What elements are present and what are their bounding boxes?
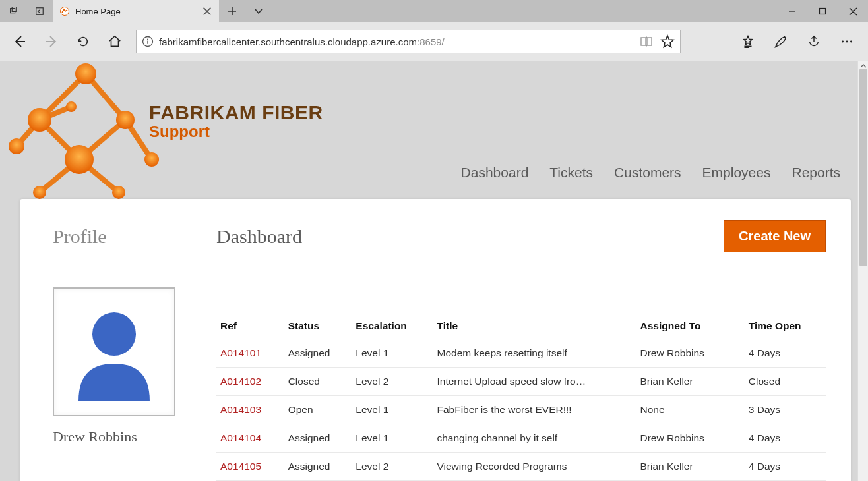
table-header-row: Ref Status Escalation Title Assigned To … xyxy=(216,314,826,339)
col-ref-header[interactable]: Ref xyxy=(216,314,284,339)
ticket-ref-link[interactable]: A014102 xyxy=(220,376,261,387)
tickets-table: Ref Status Escalation Title Assigned To … xyxy=(216,314,826,481)
favorite-star-icon[interactable] xyxy=(660,34,675,49)
cell-ref: A014101 xyxy=(216,339,284,368)
cell-assigned: Brian Keller xyxy=(636,368,745,396)
logo-icon xyxy=(0,61,165,199)
cell-title: FabFiber is the worst EVER!!! xyxy=(433,396,636,424)
nav-employees[interactable]: Employees xyxy=(702,165,771,181)
tab-actions-icon[interactable] xyxy=(0,0,26,22)
cell-ref: A014105 xyxy=(216,453,284,481)
brand-subtitle: Support xyxy=(149,123,323,141)
reading-view-icon[interactable] xyxy=(639,34,654,49)
cell-status: Closed xyxy=(284,368,352,396)
home-button[interactable] xyxy=(100,27,129,56)
table-row: A014103OpenLevel 1FabFiber is the worst … xyxy=(216,396,826,424)
tab-preview-chevron-icon[interactable] xyxy=(245,0,272,22)
share-icon[interactable] xyxy=(798,27,830,56)
tab-title: Home Page xyxy=(75,7,197,16)
brand-block: FABRIKAM FIBER Support xyxy=(149,101,323,141)
profile-column: Profile Drew Robbins xyxy=(53,225,197,445)
svg-rect-0 xyxy=(11,9,15,13)
col-time-header[interactable]: Time Open xyxy=(745,314,826,339)
cell-status: Assigned xyxy=(284,424,352,453)
svg-point-11 xyxy=(75,63,96,84)
nav-customers[interactable]: Customers xyxy=(614,165,681,181)
notes-icon[interactable] xyxy=(765,27,797,56)
ticket-ref-link[interactable]: A014101 xyxy=(220,347,261,358)
site-header: FABRIKAM FIBER Support Dashboard Tickets… xyxy=(0,61,857,199)
scrollbar-thumb[interactable] xyxy=(859,69,867,266)
cell-assigned: Brian Keller xyxy=(636,453,745,481)
svg-point-16 xyxy=(144,152,159,167)
window-close-button[interactable] xyxy=(838,0,868,22)
tab-strip: Home Page xyxy=(0,0,272,22)
col-status-header[interactable]: Status xyxy=(284,314,352,339)
table-row: A014104AssignedLevel 1changing channel b… xyxy=(216,424,826,453)
svg-point-20 xyxy=(92,312,136,356)
close-tab-icon[interactable] xyxy=(202,6,212,16)
url-host: fabrikamfibercallcenter.southcentralus.c… xyxy=(159,36,417,47)
svg-point-3 xyxy=(61,7,69,16)
cell-escalation: Level 1 xyxy=(352,339,433,368)
new-tab-button[interactable] xyxy=(219,0,245,22)
cell-status: Open xyxy=(284,396,352,424)
col-title-header[interactable]: Title xyxy=(433,314,636,339)
cell-title: changing channel by it self xyxy=(433,424,636,453)
favorites-hub-icon[interactable] xyxy=(732,27,764,56)
cell-assigned: Drew Robbins xyxy=(636,339,745,368)
window-maximize-button[interactable] xyxy=(807,0,838,22)
favicon-icon xyxy=(59,6,70,16)
cell-status: Assigned xyxy=(284,453,352,481)
svg-point-6 xyxy=(147,38,148,40)
avatar xyxy=(53,287,175,416)
svg-point-19 xyxy=(66,101,77,112)
cell-ref: A014104 xyxy=(216,424,284,453)
svg-point-17 xyxy=(33,186,46,199)
ticket-ref-link[interactable]: A014104 xyxy=(220,432,261,443)
cell-time: 3 Days xyxy=(745,396,826,424)
nav-dashboard[interactable]: Dashboard xyxy=(461,165,529,181)
address-bar[interactable]: fabrikamfibercallcenter.southcentralus.c… xyxy=(136,30,681,53)
col-assigned-header[interactable]: Assigned To xyxy=(636,314,745,339)
nav-reports[interactable]: Reports xyxy=(791,165,840,181)
svg-point-12 xyxy=(28,108,51,132)
set-aside-tabs-icon[interactable] xyxy=(26,0,53,22)
col-escalation-header[interactable]: Escalation xyxy=(352,314,433,339)
svg-point-18 xyxy=(112,186,125,199)
back-button[interactable] xyxy=(5,27,34,56)
browser-tab-active[interactable]: Home Page xyxy=(53,0,219,22)
ticket-ref-link[interactable]: A014105 xyxy=(220,461,261,472)
browser-titlebar: Home Page xyxy=(0,0,868,22)
svg-point-14 xyxy=(9,138,24,154)
svg-rect-1 xyxy=(12,7,16,11)
cell-escalation: Level 1 xyxy=(352,396,433,424)
nav-tickets[interactable]: Tickets xyxy=(549,165,593,181)
cell-title: Modem keeps resetting itself xyxy=(433,339,636,368)
toolbar-right xyxy=(732,27,863,56)
avatar-placeholder-icon xyxy=(65,299,164,405)
refresh-button[interactable] xyxy=(69,27,98,56)
table-row: A014101AssignedLevel 1Modem keeps resett… xyxy=(216,339,826,368)
cell-escalation: Level 2 xyxy=(352,368,433,396)
content-card: Profile Drew Robbins Dashboard Create Ne… xyxy=(20,199,851,481)
window-minimize-button[interactable] xyxy=(777,0,807,22)
forward-button[interactable] xyxy=(37,27,66,56)
create-new-button[interactable]: Create New xyxy=(724,220,826,252)
brand-title: FABRIKAM FIBER xyxy=(149,101,323,124)
cell-title: Viewing Recorded Programs xyxy=(433,453,636,481)
content-viewport: FABRIKAM FIBER Support Dashboard Tickets… xyxy=(0,61,868,481)
table-row: A014102ClosedLevel 2Internet Upload spee… xyxy=(216,368,826,396)
more-menu-icon[interactable] xyxy=(831,27,863,56)
cell-title: Internet Upload speed slow fro… xyxy=(433,368,636,396)
cell-assigned: None xyxy=(636,396,745,424)
site-info-icon[interactable] xyxy=(142,36,154,47)
vertical-scrollbar[interactable] xyxy=(857,61,868,481)
cell-escalation: Level 1 xyxy=(352,424,433,453)
svg-point-10 xyxy=(850,41,852,43)
cell-escalation: Level 2 xyxy=(352,453,433,481)
cell-time: 4 Days xyxy=(745,424,826,453)
ticket-ref-link[interactable]: A014103 xyxy=(220,404,261,415)
dashboard-column: Dashboard Create New Ref Status Escalati… xyxy=(197,225,826,481)
cell-time: Closed xyxy=(745,368,826,396)
